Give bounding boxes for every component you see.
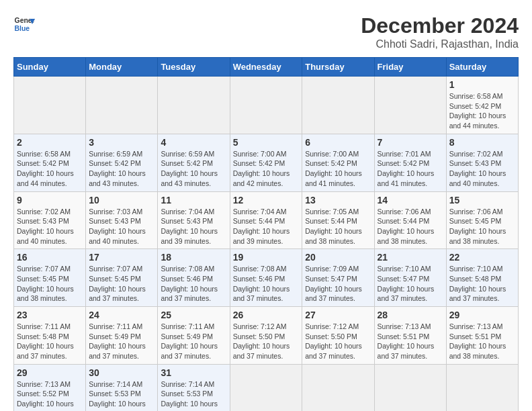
day-number: 18 — [161, 252, 226, 263]
table-row — [302, 77, 374, 134]
day-info: Sunrise: 7:14 AMSunset: 5:53 PMDaylight:… — [89, 379, 154, 411]
table-row: 21Sunrise: 7:10 AMSunset: 5:47 PMDayligh… — [374, 249, 446, 307]
day-info: Sunrise: 7:13 AMSunset: 5:51 PMDaylight:… — [378, 322, 443, 361]
day-number: 20 — [305, 252, 371, 263]
day-number: 5 — [233, 137, 300, 148]
table-row: 6Sunrise: 7:00 AMSunset: 5:42 PMDaylight… — [302, 134, 374, 191]
day-info: Sunrise: 6:59 AMSunset: 5:42 PMDaylight:… — [89, 149, 154, 189]
day-info: Sunrise: 7:13 AMSunset: 5:52 PMDaylight:… — [17, 379, 83, 411]
day-number: 12 — [233, 195, 300, 205]
day-number: 27 — [305, 310, 371, 320]
table-row: 2Sunrise: 6:58 AMSunset: 5:42 PMDaylight… — [14, 134, 86, 191]
day-info: Sunrise: 7:09 AMSunset: 5:47 PMDaylight:… — [305, 264, 371, 304]
day-number: 11 — [161, 195, 226, 205]
day-number: 14 — [378, 195, 443, 205]
calendar-week-5: 23Sunrise: 7:11 AMSunset: 5:48 PMDayligh… — [14, 307, 519, 365]
table-row: 12Sunrise: 7:04 AMSunset: 5:44 PMDayligh… — [230, 191, 302, 249]
location-subtitle: Chhoti Sadri, Rajasthan, India — [361, 38, 519, 50]
table-row: 15Sunrise: 7:06 AMSunset: 5:45 PMDayligh… — [446, 191, 518, 249]
day-number: 6 — [305, 137, 371, 148]
table-row — [302, 364, 374, 411]
month-title: December 2024 — [361, 13, 519, 38]
day-info: Sunrise: 7:01 AMSunset: 5:42 PMDaylight:… — [378, 149, 443, 189]
day-number: 9 — [17, 195, 83, 205]
day-info: Sunrise: 7:12 AMSunset: 5:50 PMDaylight:… — [233, 322, 300, 361]
day-number: 25 — [161, 310, 226, 320]
table-row: 3Sunrise: 6:59 AMSunset: 5:42 PMDaylight… — [86, 134, 158, 191]
day-number: 4 — [161, 137, 226, 148]
day-info: Sunrise: 7:12 AMSunset: 5:50 PMDaylight:… — [305, 322, 371, 361]
table-row — [446, 364, 518, 411]
day-info: Sunrise: 7:03 AMSunset: 5:43 PMDaylight:… — [89, 207, 154, 246]
table-row: 8Sunrise: 7:02 AMSunset: 5:43 PMDaylight… — [446, 134, 518, 191]
day-info: Sunrise: 7:06 AMSunset: 5:44 PMDaylight:… — [378, 207, 443, 246]
day-number: 1 — [449, 79, 515, 90]
day-number: 15 — [449, 195, 515, 205]
table-row — [230, 364, 302, 411]
table-row: 4Sunrise: 6:59 AMSunset: 5:42 PMDaylight… — [158, 134, 230, 191]
day-info: Sunrise: 7:00 AMSunset: 5:42 PMDaylight:… — [305, 149, 371, 189]
day-info: Sunrise: 7:02 AMSunset: 5:43 PMDaylight:… — [449, 149, 515, 189]
day-number: 24 — [89, 310, 154, 320]
day-number: 26 — [233, 310, 300, 320]
table-row: 22Sunrise: 7:10 AMSunset: 5:48 PMDayligh… — [446, 249, 518, 307]
day-info: Sunrise: 7:13 AMSunset: 5:51 PMDaylight:… — [449, 322, 515, 361]
day-info: Sunrise: 7:00 AMSunset: 5:42 PMDaylight:… — [233, 149, 300, 189]
day-number: 31 — [161, 367, 226, 378]
day-number: 16 — [17, 252, 83, 263]
svg-text:Blue: Blue — [15, 25, 30, 32]
table-row: 5Sunrise: 7:00 AMSunset: 5:42 PMDaylight… — [230, 134, 302, 191]
day-info: Sunrise: 7:04 AMSunset: 5:44 PMDaylight:… — [233, 207, 300, 246]
table-row: 28Sunrise: 7:13 AMSunset: 5:51 PMDayligh… — [374, 307, 446, 365]
day-number: 29 — [449, 310, 515, 320]
table-row: 25Sunrise: 7:11 AMSunset: 5:49 PMDayligh… — [158, 307, 230, 365]
col-wednesday: Wednesday — [230, 58, 302, 77]
day-number: 2 — [17, 137, 83, 148]
day-info: Sunrise: 7:14 AMSunset: 5:53 PMDaylight:… — [161, 379, 226, 411]
table-row: 20Sunrise: 7:09 AMSunset: 5:47 PMDayligh… — [302, 249, 374, 307]
day-number: 23 — [17, 310, 83, 320]
page-header: General Blue December 2024 Chhoti Sadri,… — [13, 13, 519, 50]
day-number: 7 — [378, 137, 443, 148]
table-row — [374, 77, 446, 134]
day-info: Sunrise: 7:06 AMSunset: 5:45 PMDaylight:… — [449, 207, 515, 246]
day-number: 10 — [89, 195, 154, 205]
table-row: 1Sunrise: 6:58 AMSunset: 5:42 PMDaylight… — [446, 77, 518, 134]
calendar-week-6: 29Sunrise: 7:13 AMSunset: 5:52 PMDayligh… — [14, 364, 519, 411]
calendar-week-1: 1Sunrise: 6:58 AMSunset: 5:42 PMDaylight… — [14, 77, 519, 134]
table-row: 31Sunrise: 7:14 AMSunset: 5:53 PMDayligh… — [158, 364, 230, 411]
table-row: 7Sunrise: 7:01 AMSunset: 5:42 PMDaylight… — [374, 134, 446, 191]
table-row: 24Sunrise: 7:11 AMSunset: 5:49 PMDayligh… — [86, 307, 158, 365]
logo: General Blue — [13, 13, 35, 35]
table-row: 18Sunrise: 7:08 AMSunset: 5:46 PMDayligh… — [158, 249, 230, 307]
day-info: Sunrise: 7:02 AMSunset: 5:43 PMDaylight:… — [17, 207, 83, 246]
table-row: 17Sunrise: 7:07 AMSunset: 5:45 PMDayligh… — [86, 249, 158, 307]
table-row: 26Sunrise: 7:12 AMSunset: 5:50 PMDayligh… — [230, 307, 302, 365]
table-row: 19Sunrise: 7:08 AMSunset: 5:46 PMDayligh… — [230, 249, 302, 307]
table-row: 13Sunrise: 7:05 AMSunset: 5:44 PMDayligh… — [302, 191, 374, 249]
table-row: 23Sunrise: 7:11 AMSunset: 5:48 PMDayligh… — [14, 307, 86, 365]
day-number: 19 — [233, 252, 300, 263]
day-info: Sunrise: 7:10 AMSunset: 5:48 PMDaylight:… — [449, 264, 515, 304]
day-info: Sunrise: 7:11 AMSunset: 5:49 PMDaylight:… — [161, 322, 226, 361]
table-row: 14Sunrise: 7:06 AMSunset: 5:44 PMDayligh… — [374, 191, 446, 249]
calendar-week-4: 16Sunrise: 7:07 AMSunset: 5:45 PMDayligh… — [14, 249, 519, 307]
table-row: 27Sunrise: 7:12 AMSunset: 5:50 PMDayligh… — [302, 307, 374, 365]
table-row — [230, 77, 302, 134]
day-number: 3 — [89, 137, 154, 148]
day-number: 30 — [89, 367, 154, 378]
day-info: Sunrise: 6:58 AMSunset: 5:42 PMDaylight:… — [17, 149, 83, 189]
table-row — [86, 77, 158, 134]
day-number: 17 — [89, 252, 154, 263]
calendar-table: Sunday Monday Tuesday Wednesday Thursday… — [13, 57, 519, 411]
table-row — [374, 364, 446, 411]
col-monday: Monday — [86, 58, 158, 77]
day-number: 13 — [305, 195, 371, 205]
col-saturday: Saturday — [446, 58, 518, 77]
day-number: 21 — [378, 252, 443, 263]
title-block: December 2024 Chhoti Sadri, Rajasthan, I… — [361, 13, 519, 50]
table-row: 10Sunrise: 7:03 AMSunset: 5:43 PMDayligh… — [86, 191, 158, 249]
table-row — [14, 77, 86, 134]
logo-icon: General Blue — [13, 13, 35, 35]
day-info: Sunrise: 7:08 AMSunset: 5:46 PMDaylight:… — [161, 264, 226, 304]
